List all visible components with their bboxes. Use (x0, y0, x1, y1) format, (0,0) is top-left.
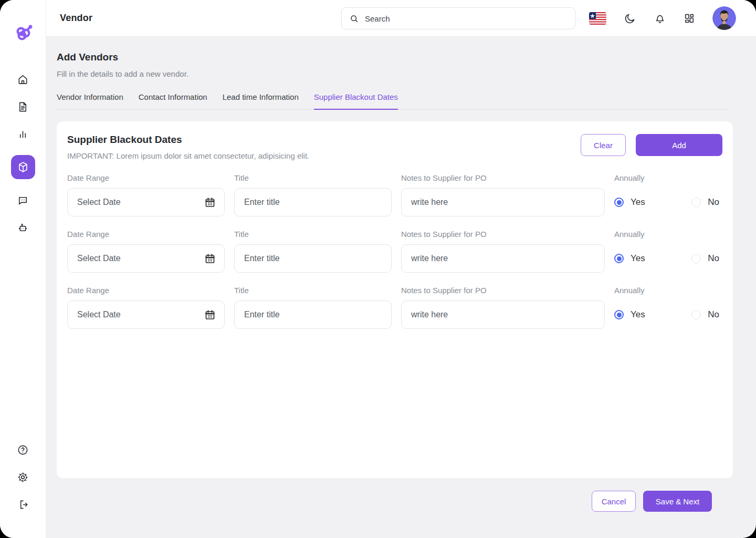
annually-field: Annually Yes No (614, 230, 722, 273)
moon-icon (624, 12, 636, 25)
bell-icon (654, 12, 666, 25)
annually-label: Annually (614, 286, 722, 295)
radio-no[interactable] (691, 254, 701, 263)
cancel-button[interactable]: Cancel (592, 491, 636, 512)
notes-field: Notes to Supplier for PO (401, 286, 605, 329)
notes-field: Notes to Supplier for PO (401, 173, 605, 216)
annually-no-option[interactable]: No (691, 253, 719, 264)
blackout-row: Date Range Title Notes to Supplier for P… (67, 286, 722, 329)
date-range-field: Date Range (67, 286, 225, 329)
brand-logo[interactable] (12, 22, 34, 46)
search-bar[interactable] (341, 7, 575, 29)
sidebar-item-chat[interactable] (17, 194, 29, 206)
bar-chart-icon (17, 128, 29, 140)
title-label: Title (234, 173, 392, 182)
notes-input[interactable] (401, 244, 605, 273)
language-flag-button[interactable] (589, 12, 606, 25)
search-input[interactable] (365, 14, 568, 23)
apps-menu-button[interactable] (684, 13, 695, 24)
radio-no[interactable] (691, 198, 701, 207)
home-icon (17, 74, 29, 86)
user-avatar[interactable] (712, 6, 736, 30)
date-range-field: Date Range (67, 173, 225, 216)
title-input[interactable] (234, 188, 392, 216)
no-label: No (708, 197, 719, 208)
annually-no-option[interactable]: No (691, 197, 719, 208)
title-input[interactable] (234, 301, 392, 329)
blackout-row: Date Range Title Notes to Supplier for P… (67, 230, 722, 273)
sidebar-item-analytics[interactable] (17, 128, 29, 140)
add-button[interactable]: Add (636, 134, 722, 156)
header-actions (589, 6, 736, 30)
title-field: Title (234, 286, 392, 329)
notes-label: Notes to Supplier for PO (401, 173, 605, 182)
save-next-button[interactable]: Save & Next (643, 491, 712, 512)
card-header-text: Supplier Blackout Dates IMPORTANT: Lorem… (67, 134, 309, 160)
card-title: Supplier Blackout Dates (67, 134, 309, 146)
radio-yes[interactable] (614, 198, 624, 207)
sidebar-item-logout[interactable] (17, 498, 29, 511)
sidebar-item-help[interactable] (17, 443, 29, 456)
radio-no[interactable] (691, 310, 701, 319)
notes-input[interactable] (401, 301, 605, 329)
tab-bar: Vendor Information Contact Information L… (57, 92, 729, 110)
tab-lead-time-information[interactable]: Lead time Information (223, 92, 299, 109)
date-range-input[interactable] (67, 301, 225, 329)
card-header: Supplier Blackout Dates IMPORTANT: Lorem… (67, 134, 722, 160)
sidebar (0, 0, 46, 538)
tab-vendor-information[interactable]: Vendor Information (57, 92, 123, 109)
notes-field: Notes to Supplier for PO (401, 230, 605, 273)
page-header-title: Vendor (60, 13, 92, 24)
blackout-row: Date Range Title Notes to Supplier for P… (67, 173, 722, 216)
title-field: Title (234, 173, 392, 216)
notes-label: Notes to Supplier for PO (401, 230, 605, 239)
annually-yes-option[interactable]: Yes (614, 253, 645, 264)
radio-yes[interactable] (614, 310, 624, 319)
sidebar-item-settings[interactable] (17, 471, 29, 483)
sidebar-item-bot[interactable] (17, 221, 29, 234)
annually-field: Annually Yes No (614, 173, 722, 216)
card-note: IMPORTANT: Lorem ipsum dolor sit amet co… (67, 151, 309, 160)
date-range-input[interactable] (67, 244, 225, 273)
no-label: No (708, 253, 719, 264)
tab-contact-information[interactable]: Contact Information (139, 92, 207, 109)
date-range-input[interactable] (67, 188, 225, 216)
title-label: Title (234, 286, 392, 295)
chat-icon (17, 194, 29, 206)
no-label: No (708, 309, 719, 320)
form-footer: Cancel Save & Next (57, 491, 733, 512)
sidebar-item-home[interactable] (17, 73, 29, 86)
title-input[interactable] (234, 244, 392, 273)
yes-label: Yes (631, 197, 645, 208)
annually-label: Annually (614, 230, 722, 239)
date-range-label: Date Range (67, 173, 225, 182)
clear-button[interactable]: Clear (581, 134, 626, 156)
settings-gear-icon (17, 471, 29, 483)
avatar-image (712, 6, 736, 30)
notes-label: Notes to Supplier for PO (401, 286, 605, 295)
annually-yes-option[interactable]: Yes (614, 197, 645, 208)
annually-field: Annually Yes No (614, 286, 722, 329)
app-window: Vendor (0, 0, 756, 538)
title-label: Title (234, 230, 392, 239)
yes-label: Yes (631, 253, 645, 264)
bot-icon (17, 222, 29, 234)
notifications-button[interactable] (654, 12, 666, 25)
brand-knot-icon (12, 22, 34, 44)
annually-yes-option[interactable]: Yes (614, 309, 645, 320)
liberia-flag-icon (589, 12, 606, 25)
main-content: Add Vendors Fill in the details to add a… (46, 37, 756, 538)
top-header: Vendor (46, 0, 756, 37)
sidebar-item-inventory[interactable] (11, 155, 35, 179)
theme-toggle-button[interactable] (624, 12, 636, 25)
annually-no-option[interactable]: No (691, 309, 719, 320)
sidebar-item-documents[interactable] (17, 100, 29, 113)
sidebar-bottom (0, 443, 46, 511)
tab-supplier-blackout-dates[interactable]: Supplier Blackout Dates (314, 92, 398, 110)
notes-input[interactable] (401, 188, 605, 216)
sidebar-nav (0, 73, 46, 234)
date-range-label: Date Range (67, 230, 225, 239)
card-actions: Clear Add (581, 134, 722, 156)
cube-icon (17, 161, 29, 173)
radio-yes[interactable] (614, 254, 624, 263)
